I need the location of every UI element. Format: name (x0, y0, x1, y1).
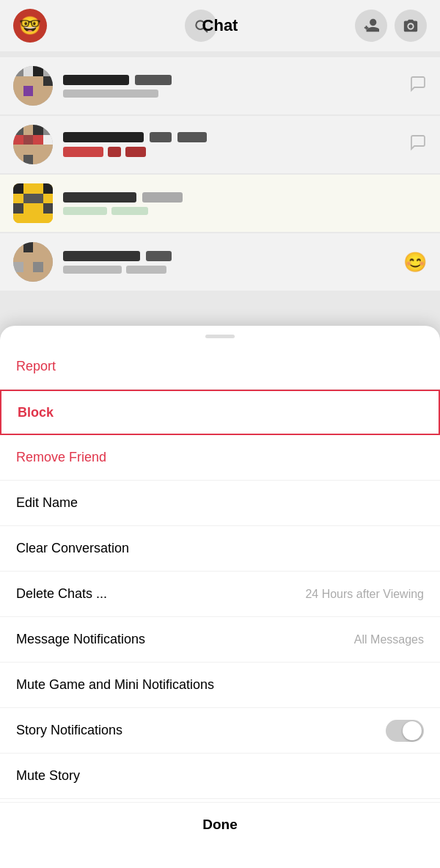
clear-conversation-button[interactable]: Clear Conversation (0, 526, 440, 572)
page-title: Chat (202, 16, 238, 35)
chat-info (63, 192, 427, 215)
chat-list-item[interactable] (0, 175, 440, 232)
chat-icon (409, 134, 427, 156)
header-actions (355, 10, 427, 42)
done-row[interactable]: Done (0, 802, 440, 846)
chat-icon (409, 75, 427, 97)
chat-info (63, 251, 427, 274)
sheet-handle (205, 335, 235, 338)
avatar (13, 183, 53, 223)
user-avatar[interactable]: 🤓 (13, 9, 47, 43)
snapchat-button[interactable] (395, 10, 427, 42)
edit-name-button[interactable]: Edit Name (0, 481, 440, 526)
chat-info (63, 75, 409, 98)
chat-list: 😊 (0, 51, 440, 352)
delete-chats-button[interactable]: Delete Chats ... 24 Hours after Viewing (0, 572, 440, 617)
mute-story-button[interactable]: Mute Story (0, 754, 440, 799)
add-friend-button[interactable] (355, 10, 387, 42)
remove-friend-button[interactable]: Remove Friend (0, 435, 440, 481)
add-friend-icon (363, 18, 379, 34)
emoji-badge: 😊 (403, 251, 427, 274)
header: 🤓 Chat (0, 0, 440, 51)
mute-game-mini-button[interactable]: Mute Game and Mini Notifications (0, 663, 440, 708)
chat-list-item[interactable] (0, 57, 440, 114)
report-button[interactable]: Report (0, 344, 440, 390)
done-button[interactable]: Done (202, 817, 238, 833)
camera-icon (403, 18, 419, 34)
avatar (13, 242, 53, 282)
story-notifications-toggle[interactable] (386, 720, 424, 742)
chat-info (63, 132, 409, 157)
bottom-sheet: Report Block Remove Friend Edit Name Cle… (0, 326, 440, 868)
avatar (13, 125, 53, 164)
chat-list-item[interactable]: 😊 (0, 233, 440, 291)
block-button[interactable]: Block (0, 390, 440, 435)
avatar (13, 66, 53, 106)
toggle-thumb (403, 721, 422, 740)
story-notifications-row[interactable]: Story Notifications (0, 708, 440, 754)
message-notifications-button[interactable]: Message Notifications All Messages (0, 617, 440, 663)
chat-list-item[interactable] (0, 116, 440, 173)
